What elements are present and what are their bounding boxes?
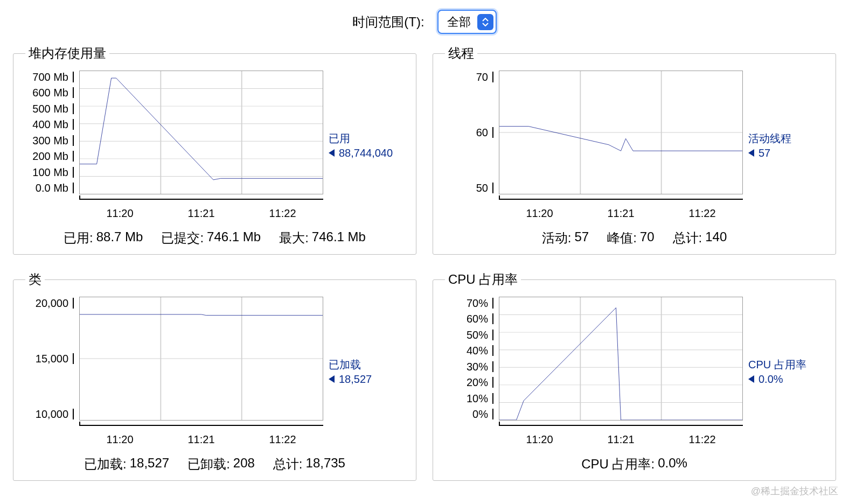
xaxis-heap: 11:2011:2111:22 <box>79 199 323 220</box>
xaxis-threads: 11:2011:2111:22 <box>499 199 743 220</box>
stats-cpu: CPU 占用率:0.0% <box>445 446 824 473</box>
panel-threads-title: 线程 <box>445 45 477 62</box>
x-tick: 11:21 <box>187 433 214 446</box>
threads-live-label: 活动: <box>542 229 572 247</box>
plot-cpu[interactable] <box>499 297 743 421</box>
triangle-left-icon <box>329 375 335 383</box>
y-tick: 15,000 <box>36 353 74 364</box>
heap-max-label: 最大: <box>279 229 309 247</box>
yaxis-classes: 20,00015,00010,000 <box>25 297 74 421</box>
legend-cpu-value: 0.0% <box>758 373 783 386</box>
y-tick: 700 Mb <box>32 72 74 82</box>
panel-threads: 线程 706050 11:2011:2111:22 活动线程 57 活动:57 … <box>433 45 836 255</box>
panel-cpu: CPU 占用率 70%60%50%40%30%20%10%0% 11:2011:… <box>433 271 836 481</box>
y-tick: 20% <box>467 377 493 388</box>
threads-total-value: 140 <box>705 229 727 247</box>
y-tick: 300 Mb <box>32 135 74 146</box>
panel-classes: 类 20,00015,00010,000 11:2011:2111:22 已加载… <box>13 271 416 481</box>
threads-peak-value: 70 <box>640 229 655 247</box>
panel-cpu-title: CPU 占用率 <box>445 271 521 288</box>
yaxis-threads: 706050 <box>445 71 493 194</box>
classes-total-value: 18,735 <box>306 456 345 473</box>
plot-threads[interactable] <box>499 71 743 194</box>
threads-total-label: 总计: <box>673 229 702 247</box>
classes-unloaded-value: 208 <box>233 456 255 473</box>
threads-live-value: 57 <box>574 229 589 247</box>
watermark: @稀土掘金技术社区 <box>751 485 838 498</box>
y-tick: 600 Mb <box>32 87 74 98</box>
x-tick: 11:21 <box>187 207 214 220</box>
stats-heap: 已用:88.7 Mb 已提交:746.1 Mb 最大:746.1 Mb <box>25 220 404 247</box>
y-tick: 100 Mb <box>32 167 74 178</box>
y-tick: 70% <box>467 298 493 309</box>
panel-heap-title: 堆内存使用量 <box>25 45 109 62</box>
heap-used-label: 已用: <box>64 229 93 247</box>
legend-classes: 已加载 18,527 <box>329 297 404 446</box>
legend-threads-name: 活动线程 <box>748 131 791 146</box>
cpu-usage-label: CPU 占用率: <box>581 456 655 473</box>
stats-classes: 已加载:18,527 已卸载:208 总计:18,735 <box>25 446 404 473</box>
x-tick: 11:20 <box>106 433 133 446</box>
heap-committed-label: 已提交: <box>161 229 204 247</box>
classes-loaded-label: 已加载: <box>84 456 127 473</box>
y-tick: 50 <box>476 183 493 193</box>
panel-classes-title: 类 <box>25 271 45 288</box>
time-range-select[interactable]: 全部 <box>437 10 497 34</box>
y-tick: 30% <box>467 361 493 372</box>
y-tick: 70 <box>476 72 493 82</box>
cpu-usage-value: 0.0% <box>658 456 687 473</box>
y-tick: 60 <box>476 127 493 138</box>
stats-threads: 活动:57 峰值:70 总计:140 <box>445 220 824 247</box>
yaxis-heap: 700 Mb600 Mb500 Mb400 Mb300 Mb200 Mb100 … <box>25 71 74 194</box>
legend-threads: 活动线程 57 <box>748 71 824 220</box>
x-tick: 11:22 <box>269 433 296 446</box>
y-tick: 500 Mb <box>32 103 74 114</box>
legend-heap-value: 88,744,040 <box>339 147 393 159</box>
x-tick: 11:22 <box>269 207 296 220</box>
time-range-label: 时间范围(T): <box>352 13 424 31</box>
classes-total-label: 总计: <box>273 456 303 473</box>
legend-heap: 已用 88,744,040 <box>329 71 404 220</box>
legend-classes-name: 已加载 <box>329 358 361 372</box>
legend-cpu: CPU 占用率 0.0% <box>748 297 824 446</box>
x-tick: 11:21 <box>607 433 634 446</box>
classes-loaded-value: 18,527 <box>130 456 169 473</box>
threads-peak-label: 峰值: <box>607 229 637 247</box>
x-tick: 11:21 <box>607 207 634 220</box>
legend-cpu-name: CPU 占用率 <box>748 358 806 372</box>
y-tick: 0% <box>472 409 493 419</box>
legend-classes-value: 18,527 <box>339 373 372 386</box>
y-tick: 0.0 Mb <box>36 183 74 193</box>
yaxis-cpu: 70%60%50%40%30%20%10%0% <box>445 297 493 421</box>
classes-unloaded-label: 已卸载: <box>187 456 230 473</box>
x-tick: 11:20 <box>106 207 133 220</box>
y-tick: 50% <box>467 330 493 340</box>
triangle-left-icon <box>748 149 754 157</box>
triangle-left-icon <box>329 149 335 157</box>
plot-heap[interactable] <box>79 71 323 194</box>
legend-heap-name: 已用 <box>329 131 350 146</box>
heap-used-value: 88.7 Mb <box>96 229 143 247</box>
y-tick: 400 Mb <box>32 119 74 130</box>
legend-threads-value: 57 <box>758 147 770 159</box>
plot-classes[interactable] <box>79 297 323 421</box>
y-tick: 10,000 <box>36 409 74 419</box>
x-tick: 11:20 <box>526 433 553 446</box>
x-tick: 11:22 <box>688 207 715 220</box>
y-tick: 10% <box>467 393 493 404</box>
time-range-select-wrap: 全部 <box>437 10 497 34</box>
panel-heap: 堆内存使用量 700 Mb600 Mb500 Mb400 Mb300 Mb200… <box>13 45 416 255</box>
y-tick: 20,000 <box>36 298 74 309</box>
x-tick: 11:22 <box>688 433 715 446</box>
y-tick: 40% <box>467 345 493 356</box>
xaxis-classes: 11:2011:2111:22 <box>79 425 323 446</box>
y-tick: 200 Mb <box>32 151 74 162</box>
triangle-left-icon <box>748 375 754 383</box>
y-tick: 60% <box>467 313 493 324</box>
x-tick: 11:20 <box>526 207 553 220</box>
heap-max-value: 746.1 Mb <box>312 229 366 247</box>
heap-committed-value: 746.1 Mb <box>207 229 261 247</box>
xaxis-cpu: 11:2011:2111:22 <box>499 425 743 446</box>
